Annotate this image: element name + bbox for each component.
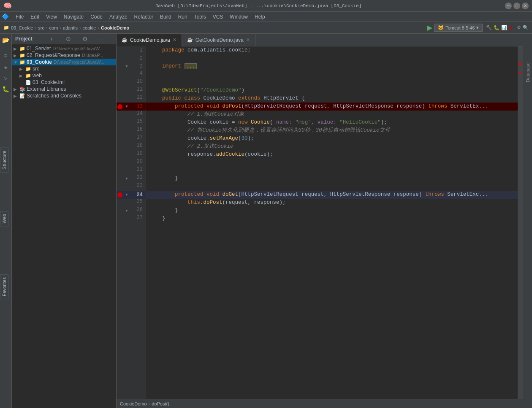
import-fold[interactable]: ... [185, 63, 197, 69]
favorites-tab-label[interactable]: Favorites [0, 274, 8, 299]
bc-dopost: doPost() [152, 401, 169, 406]
settings-icon[interactable]: ⚙ [517, 25, 521, 30]
scroll-from-source-button[interactable]: ⊙ [65, 35, 80, 42]
menu-file[interactable]: File [12, 13, 27, 21]
breadcrumb-project: 03_Cookie [11, 25, 33, 30]
run-icon[interactable]: ▶ [427, 24, 432, 32]
menu-refactor[interactable]: Refactor [131, 13, 157, 21]
breadcrumb-atlantis: atlantis [63, 25, 78, 30]
line-num-11: 11 [130, 86, 145, 95]
vertical-side-labels-2: Web [0, 211, 8, 226]
menu-analyze[interactable]: Analyze [106, 13, 131, 21]
fold-marker-24[interactable]: ▼ [123, 193, 130, 197]
scroll-indicator [518, 46, 523, 399]
code-line-17: cookie.setMaxAge(30); [146, 135, 518, 143]
web-tab-label[interactable]: Web [0, 211, 8, 226]
app-logo: 🔷 [2, 13, 9, 20]
menu-run[interactable]: Run [175, 13, 191, 21]
code-line-27: } [146, 215, 518, 223]
bp-col-1 [117, 46, 123, 54]
stop-icon[interactable]: ■ [509, 25, 512, 30]
app-icon: 🧠 [3, 2, 12, 10]
tree-item-iml[interactable]: ▶ 📄 03_Cookie.iml [12, 79, 116, 86]
tab-cookiedemo-label: CookieDemo.java [130, 37, 170, 43]
minimize-button[interactable]: ─ [505, 3, 512, 9]
bc-sep: › [149, 401, 150, 406]
line-num-3: 3 [130, 64, 145, 70]
breadcrumb-cookie: cookie [83, 25, 96, 30]
fold-marker-22[interactable]: ▼ [123, 175, 130, 183]
tab-getcookiedemo-close[interactable]: ✕ [246, 37, 250, 43]
java-file-icon-2: ☕ [187, 37, 193, 43]
bp-marker-13[interactable] [117, 104, 123, 109]
tab-cookiedemo-close[interactable]: ✕ [173, 37, 176, 43]
project-panel-header: Project + ⊙ ⚙ ─ [12, 34, 116, 44]
line-num-18: 18 [130, 143, 145, 151]
line-num-2: 2 [130, 56, 145, 62]
menu-code[interactable]: Code [87, 13, 106, 21]
tab-cookiedemo[interactable]: ☕ CookieDemo.java ✕ [117, 34, 182, 46]
line-num-17: 17 [130, 135, 145, 143]
tab-getcookiedemo[interactable]: ☕ GetCookieDemo.java ✕ [182, 34, 255, 46]
add-content-root-button[interactable]: + [49, 35, 64, 42]
line-num-10: 10 [130, 78, 145, 86]
code-line-19: response.addCookie(cookie); [146, 151, 518, 159]
run-config-button[interactable]: 🐱 Tomcat 8.5.46 ▾ [434, 24, 483, 32]
tree-item-scratches[interactable]: ▶ 📝 Scratches and Consoles [12, 92, 116, 99]
menu-build[interactable]: Build [157, 13, 175, 21]
scroll-thumb[interactable] [518, 46, 523, 399]
code-line-13: protected void doPost(HttpServletRequest… [146, 103, 518, 111]
code-line-22: } [146, 175, 518, 183]
code-line-11: @WebServlet("/CookieDemo") [146, 86, 518, 95]
close-button[interactable]: ✕ [522, 3, 529, 9]
line-num-20: 20 [130, 159, 145, 167]
tree-item-01-servlet[interactable]: ▶ 📁 01_Servlet D:\IdeaProjects\JavaW... [12, 45, 116, 52]
code-view[interactable]: 1 2 ▼ 3 4 10 11 [117, 46, 523, 399]
maximize-button[interactable]: □ [513, 3, 520, 9]
fold-col-1 [123, 46, 130, 54]
line-num-12: 12 [130, 95, 145, 103]
left-tool-project[interactable]: 📂 [1, 35, 11, 45]
tree-item-src[interactable]: ▶ 📁 src [12, 65, 116, 72]
code-line-10 [146, 78, 518, 86]
menu-view[interactable]: View [43, 13, 60, 21]
bp-marker-24[interactable] [117, 192, 123, 197]
code-text[interactable]: package com.atlantis.cookie; import ... … [146, 46, 518, 399]
debug-icon[interactable]: 🐛 [494, 25, 499, 30]
database-tab[interactable]: Database [524, 59, 531, 86]
code-line-23 [146, 183, 518, 191]
profile-icon[interactable]: 📊 [501, 25, 507, 30]
fold-marker-26[interactable]: ▼ [123, 207, 130, 215]
code-line-2 [146, 54, 518, 62]
line-num-13: 13 [130, 104, 145, 110]
left-tool-favorites[interactable]: ★ [1, 62, 11, 72]
structure-tab-label[interactable]: Structure [0, 148, 8, 173]
line-num-22: 22 [130, 175, 145, 183]
project-collapse-button[interactable]: ─ [98, 35, 113, 42]
tree-item-web[interactable]: ▶ 📁 web [12, 72, 116, 79]
left-tool-run[interactable]: ▷ [1, 73, 11, 83]
tree-item-03-cookie[interactable]: ▼ 📁 03_Cookie D:\IdeaProjects\JavaW... [12, 59, 116, 65]
menu-window[interactable]: Window [226, 13, 251, 21]
fold-marker-3[interactable]: ▼ [123, 65, 130, 69]
code-line-21 [146, 167, 518, 175]
menu-tools[interactable]: Tools [191, 13, 209, 21]
code-line-18: // 2.发送Cookie [146, 143, 518, 151]
menu-navigate[interactable]: Navigate [60, 13, 87, 21]
left-tool-debug[interactable]: 🐛 [1, 84, 11, 94]
code-line-1: package com.atlantis.cookie; [146, 46, 518, 54]
menu-edit[interactable]: Edit [27, 13, 43, 21]
build-icon[interactable]: 🔨 [486, 25, 492, 30]
project-tree: ▶ 📁 01_Servlet D:\IdeaProjects\JavaW... … [12, 44, 116, 408]
tree-item-external-libs[interactable]: ▶ 📚 External Libraries [12, 86, 116, 92]
left-tool-structure[interactable]: ≡ [1, 51, 11, 61]
code-line-4 [146, 70, 518, 78]
tree-item-02-request[interactable]: ▶ 📁 02_Request&Response D:\IdeaP... [12, 52, 116, 59]
code-line-3: import ... [146, 62, 518, 70]
project-settings-button[interactable]: ⚙ [81, 35, 96, 42]
search-everywhere-icon[interactable]: 🔍 [523, 25, 529, 30]
menu-vcs[interactable]: VCS [209, 13, 227, 21]
menu-help[interactable]: Help [251, 13, 269, 21]
code-line-12: public class CookieDemo extends HttpServ… [146, 95, 518, 103]
fold-marker-13[interactable]: ▼ [123, 105, 130, 109]
